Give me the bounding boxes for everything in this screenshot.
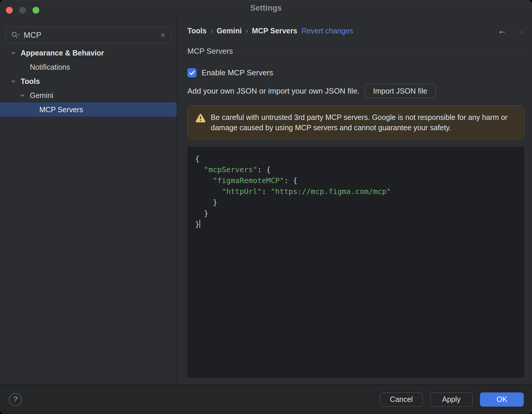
- import-json-file-button[interactable]: Import JSON file: [365, 84, 435, 98]
- clear-search-icon[interactable]: ✕: [160, 32, 166, 39]
- code-line: }: [195, 197, 517, 208]
- text-cursor: [200, 220, 200, 228]
- help-button[interactable]: ?: [9, 393, 22, 406]
- breadcrumb-mcp-servers: MCP Servers: [252, 27, 297, 35]
- breadcrumb-separator-icon: ›: [207, 27, 217, 35]
- back-arrow-icon[interactable]: ←: [498, 25, 507, 36]
- dialog-footer: ? Cancel Apply OK: [0, 384, 532, 414]
- sidebar-item-label: Appearance & Behavior: [21, 49, 104, 57]
- code-line: "httpUrl": "https://mcp.figma.com/mcp": [195, 186, 517, 197]
- sidebar-item-appearance-behavior[interactable]: Appearance & Behavior: [0, 46, 177, 60]
- settings-window: Settings ✕ Appearance & Behavior Notific…: [0, 0, 532, 414]
- json-config-editor[interactable]: { "mcpServers": { "figmaRemoteMCP": { "h…: [187, 147, 524, 378]
- breadcrumb-gemini[interactable]: Gemini: [217, 27, 242, 35]
- chevron-down-icon[interactable]: [20, 93, 25, 98]
- warning-banner: Be careful with untrusted 3rd party MCP …: [187, 105, 524, 140]
- settings-search-field[interactable]: ✕: [5, 27, 171, 43]
- search-icon: [11, 31, 20, 39]
- sidebar-item-label: MCP Servers: [39, 105, 83, 114]
- apply-button[interactable]: Apply: [430, 392, 473, 407]
- breadcrumb: Tools › Gemini › MCP Servers Revert chan…: [187, 25, 524, 36]
- warning-text: Be careful with untrusted 3rd party MCP …: [211, 112, 511, 133]
- question-mark-icon: ?: [13, 395, 17, 404]
- sidebar-item-label: Notifications: [30, 63, 70, 71]
- sidebar-item-notifications[interactable]: Notifications: [0, 60, 177, 74]
- footer-buttons: Cancel Apply OK: [380, 392, 524, 407]
- chevron-down-icon[interactable]: [11, 50, 16, 56]
- enable-mcp-label: Enable MCP Servers: [202, 68, 273, 77]
- checkmark-icon: [189, 71, 195, 75]
- cancel-button[interactable]: Cancel: [380, 392, 423, 407]
- sidebar-item-label: Gemini: [30, 91, 53, 100]
- section-header: MCP Servers: [187, 47, 524, 56]
- enable-mcp-row: Enable MCP Servers: [187, 68, 524, 77]
- section-divider: [241, 51, 524, 52]
- breadcrumb-tools[interactable]: Tools: [187, 27, 207, 35]
- history-navigation: ← →: [498, 25, 524, 36]
- section-title: MCP Servers: [187, 47, 233, 56]
- settings-sidebar: ✕ Appearance & Behavior Notifications To…: [0, 17, 177, 384]
- import-instruction-text: Add your own JSON or import your own JSO…: [187, 87, 359, 96]
- breadcrumb-separator-icon: ›: [242, 27, 252, 35]
- sidebar-item-label: Tools: [21, 77, 40, 86]
- code-line: "mcpServers": {: [195, 164, 517, 175]
- import-json-row: Add your own JSON or import your own JSO…: [187, 84, 524, 98]
- ok-button[interactable]: OK: [480, 392, 524, 407]
- search-input[interactable]: [24, 31, 160, 40]
- code-line: "figmaRemoteMCP": {: [195, 175, 517, 186]
- sidebar-item-mcp-servers[interactable]: MCP Servers: [0, 102, 177, 117]
- titlebar: Settings: [0, 0, 532, 17]
- settings-content-panel: Tools › Gemini › MCP Servers Revert chan…: [178, 17, 532, 384]
- sidebar-item-tools[interactable]: Tools: [0, 74, 177, 88]
- code-line: {: [195, 153, 517, 164]
- enable-mcp-checkbox[interactable]: [187, 68, 197, 77]
- code-line: }: [195, 219, 517, 230]
- window-title: Settings: [0, 0, 532, 17]
- code-line: }: [195, 208, 517, 219]
- chevron-down-icon[interactable]: [11, 79, 16, 84]
- forward-arrow-icon: →: [515, 25, 524, 36]
- revert-changes-link[interactable]: Revert changes: [301, 27, 353, 35]
- sidebar-item-gemini[interactable]: Gemini: [0, 88, 177, 102]
- settings-tree: Appearance & Behavior Notifications Tool…: [0, 46, 177, 117]
- warning-icon: [195, 113, 206, 123]
